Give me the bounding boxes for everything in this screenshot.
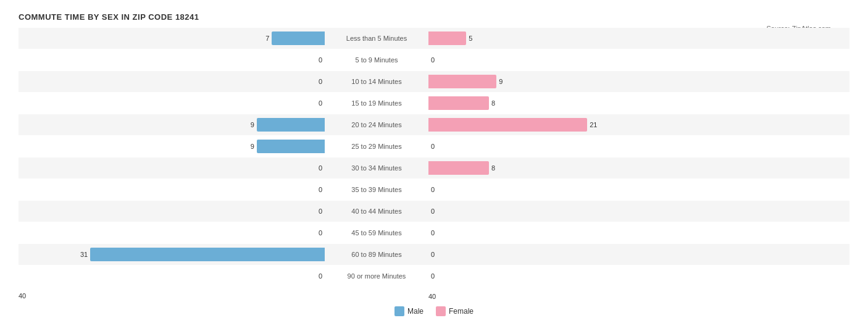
- left-section: 0: [19, 226, 327, 240]
- right-section: 21: [426, 118, 735, 132]
- table-row: 0 30 to 34 Minutes 8: [19, 157, 849, 178]
- right-section: 0: [426, 204, 735, 218]
- female-value: 0: [431, 56, 443, 64]
- female-value: 8: [491, 99, 504, 107]
- legend-female: Female: [436, 306, 474, 316]
- table-row: 0 90 or more Minutes 0: [19, 266, 849, 287]
- male-bar: [272, 31, 325, 45]
- row-label: 30 to 34 Minutes: [327, 164, 426, 172]
- row-label: 25 to 29 Minutes: [327, 143, 426, 150]
- row-label: 90 or more Minutes: [327, 272, 426, 280]
- right-section: 0: [426, 140, 735, 153]
- table-row: 0 10 to 14 Minutes 9: [19, 71, 849, 92]
- female-value: 0: [431, 251, 443, 258]
- female-bar: [428, 31, 466, 45]
- male-value: 0: [310, 56, 322, 64]
- left-section: 0: [19, 161, 327, 175]
- left-section: 0: [19, 269, 327, 283]
- row-label: 60 to 89 Minutes: [327, 251, 426, 258]
- axis-left: 40: [19, 292, 327, 300]
- table-row: 9 20 to 24 Minutes 21: [19, 114, 849, 135]
- legend-male-label: Male: [407, 307, 424, 316]
- male-value: 0: [310, 186, 322, 193]
- row-label: 10 to 14 Minutes: [327, 78, 426, 85]
- right-section: 8: [426, 161, 735, 175]
- female-value: 0: [431, 272, 443, 280]
- female-value: 9: [499, 78, 511, 85]
- axis-row: 40 40: [19, 290, 849, 301]
- right-section: 0: [426, 183, 735, 196]
- female-value: 0: [431, 229, 443, 237]
- left-section: 7: [19, 31, 327, 45]
- male-value: 0: [310, 99, 322, 107]
- table-row: 0 5 to 9 Minutes 0: [19, 49, 849, 70]
- chart-title: COMMUTE TIME BY SEX IN ZIP CODE 18241: [19, 12, 849, 22]
- table-row: 0 40 to 44 Minutes 0: [19, 201, 849, 222]
- right-section: 0: [426, 248, 735, 261]
- male-value: 0: [310, 229, 322, 237]
- left-section: 0: [19, 53, 327, 67]
- legend-male: Male: [394, 306, 424, 316]
- male-bar: [257, 140, 325, 153]
- left-section: 9: [19, 118, 327, 132]
- female-value: 21: [590, 121, 602, 128]
- female-bar: [428, 96, 489, 110]
- chart-container: 7 Less than 5 Minutes 5 0 5 to 9 Minutes…: [19, 28, 849, 316]
- male-value: 0: [310, 272, 322, 280]
- female-bar: [428, 118, 587, 132]
- table-row: 0 35 to 39 Minutes 0: [19, 179, 849, 200]
- female-bar: [428, 75, 496, 88]
- right-section: 5: [426, 31, 735, 45]
- left-section: 0: [19, 75, 327, 88]
- female-value: 0: [431, 208, 443, 215]
- legend-male-box: [394, 306, 404, 316]
- male-bar: [90, 248, 325, 261]
- female-value: 0: [431, 143, 443, 150]
- bars-container: 7 Less than 5 Minutes 5 0 5 to 9 Minutes…: [19, 28, 849, 287]
- right-section: 0: [426, 226, 735, 240]
- left-section: 31: [19, 248, 327, 261]
- row-label: 5 to 9 Minutes: [327, 56, 426, 64]
- table-row: 31 60 to 89 Minutes 0: [19, 244, 849, 265]
- axis-label-right: 40: [428, 293, 436, 300]
- female-value: 8: [491, 164, 504, 172]
- male-value: 0: [310, 78, 322, 85]
- left-section: 0: [19, 183, 327, 196]
- male-value: 31: [75, 251, 88, 258]
- axis-right: 40: [426, 290, 735, 301]
- row-label: 35 to 39 Minutes: [327, 186, 426, 193]
- row-label: 45 to 59 Minutes: [327, 229, 426, 237]
- axis-label-left: 40: [19, 292, 26, 300]
- female-bar: [428, 161, 489, 175]
- left-section: 0: [19, 204, 327, 218]
- female-value: 5: [469, 35, 481, 42]
- right-section: 8: [426, 96, 735, 110]
- table-row: 0 45 to 59 Minutes 0: [19, 222, 849, 243]
- legend: Male Female: [19, 306, 849, 316]
- right-section: 9: [426, 75, 735, 88]
- row-label: 40 to 44 Minutes: [327, 208, 426, 215]
- male-value: 0: [310, 164, 322, 172]
- right-section: 0: [426, 269, 735, 283]
- male-value: 0: [310, 208, 322, 215]
- legend-female-label: Female: [449, 307, 474, 316]
- table-row: 9 25 to 29 Minutes 0: [19, 136, 849, 157]
- right-section: 0: [426, 53, 735, 67]
- male-value: 9: [242, 121, 254, 128]
- male-value: 7: [257, 35, 269, 42]
- left-section: 9: [19, 140, 327, 153]
- male-value: 9: [242, 143, 254, 150]
- left-section: 0: [19, 96, 327, 110]
- legend-female-box: [436, 306, 446, 316]
- row-label: Less than 5 Minutes: [327, 35, 426, 42]
- table-row: 0 15 to 19 Minutes 8: [19, 93, 849, 114]
- table-row: 7 Less than 5 Minutes 5: [19, 28, 849, 49]
- row-label: 15 to 19 Minutes: [327, 99, 426, 107]
- male-bar: [257, 118, 325, 132]
- female-value: 0: [431, 186, 443, 193]
- row-label: 20 to 24 Minutes: [327, 121, 426, 128]
